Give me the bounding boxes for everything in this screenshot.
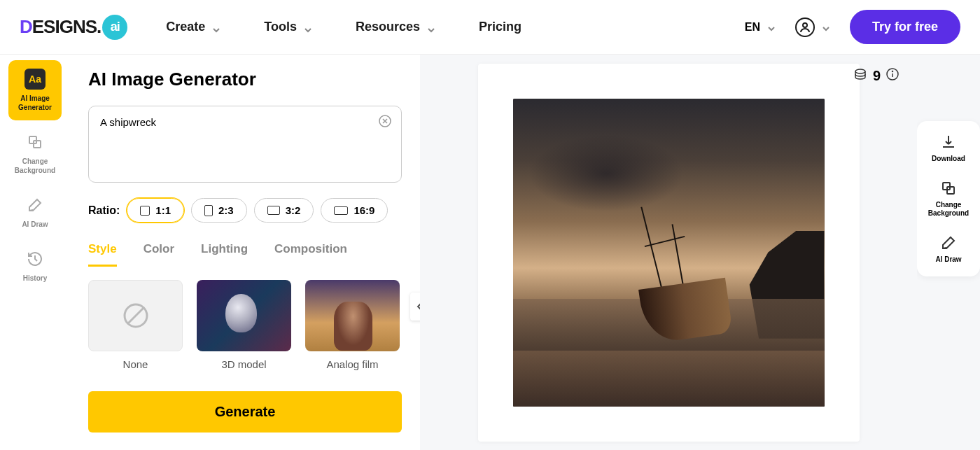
credits-indicator: 9 bbox=[853, 67, 899, 84]
ratio-2-3[interactable]: 2:3 bbox=[191, 198, 247, 223]
generated-image[interactable] bbox=[513, 99, 825, 407]
ratio-1-1[interactable]: 1:1 bbox=[127, 198, 184, 223]
canvas-area: 9 bbox=[420, 55, 917, 450]
tab-composition[interactable]: Composition bbox=[274, 242, 347, 267]
ratio-text: 16:9 bbox=[354, 204, 374, 216]
sidebar-item-ai-image-generator[interactable]: Aa AI Image Generator bbox=[8, 60, 62, 120]
logo[interactable]: DESIGNS. ai bbox=[20, 15, 127, 40]
ratio-label: Ratio: bbox=[88, 204, 120, 217]
svg-line-5 bbox=[127, 307, 144, 324]
action-change-background[interactable]: Change Background bbox=[923, 180, 974, 218]
header-right: EN Try for free bbox=[745, 10, 960, 44]
main-nav: Create Tools Resources Pricing bbox=[166, 20, 522, 34]
header: DESIGNS. ai Create Tools Resources Prici… bbox=[0, 0, 980, 55]
sidebar-item-label: AI Draw bbox=[22, 220, 48, 229]
actions-card: Download Change Background AI Draw bbox=[917, 121, 980, 276]
sidebar-item-ai-draw[interactable]: AI Draw bbox=[8, 186, 62, 237]
sidebar-item-history[interactable]: History bbox=[8, 240, 62, 291]
nav-label: Create bbox=[166, 20, 205, 34]
language-selector[interactable]: EN bbox=[745, 21, 776, 34]
chevron-down-icon bbox=[767, 23, 776, 31]
action-label: Download bbox=[932, 155, 965, 163]
nav-label: Tools bbox=[264, 20, 297, 34]
try-free-button[interactable]: Try for free bbox=[850, 10, 960, 44]
ratio-16-9[interactable]: 16:9 bbox=[321, 198, 388, 223]
nav-label: Resources bbox=[356, 20, 420, 34]
coins-icon bbox=[853, 67, 867, 84]
style-thumb-3d bbox=[197, 280, 291, 351]
tab-color[interactable]: Color bbox=[144, 242, 174, 267]
option-tabs: Style Color Lighting Composition bbox=[88, 242, 402, 267]
style-label: Analog film bbox=[305, 358, 400, 370]
nav-pricing[interactable]: Pricing bbox=[479, 20, 522, 34]
chevron-down-icon bbox=[427, 23, 435, 31]
ratio-shape-icon bbox=[204, 205, 213, 216]
tab-style[interactable]: Style bbox=[88, 242, 117, 267]
right-actions: Download Change Background AI Draw bbox=[917, 55, 980, 450]
style-label: None bbox=[88, 358, 183, 370]
pencil-icon bbox=[24, 195, 46, 216]
sidebar-item-label: History bbox=[23, 274, 47, 283]
style-none[interactable]: None bbox=[88, 280, 183, 370]
body: Aa AI Image Generator Change Background … bbox=[0, 55, 980, 450]
info-icon[interactable] bbox=[886, 68, 899, 83]
layers-icon bbox=[24, 132, 46, 153]
language-label: EN bbox=[745, 21, 760, 34]
user-icon bbox=[795, 17, 815, 37]
ratio-shape-icon bbox=[140, 206, 150, 216]
sidebar-item-label: Change Background bbox=[11, 157, 59, 175]
generate-button[interactable]: Generate bbox=[88, 391, 402, 433]
page-title: AI Image Generator bbox=[88, 69, 402, 90]
action-label: AI Draw bbox=[935, 255, 961, 264]
svg-point-0 bbox=[803, 23, 807, 27]
logo-text: ESIGNS. bbox=[32, 16, 101, 38]
action-download[interactable]: Download bbox=[923, 134, 974, 163]
prompt-container bbox=[88, 106, 402, 183]
ratio-3-2[interactable]: 3:2 bbox=[254, 198, 314, 223]
sidebar-item-change-background[interactable]: Change Background bbox=[8, 123, 62, 183]
sidebar-item-label: AI Image Generator bbox=[11, 94, 59, 112]
ratio-row: Ratio: 1:1 2:3 3:2 16:9 bbox=[88, 198, 402, 223]
style-thumb-analog bbox=[305, 280, 400, 351]
nav-label: Pricing bbox=[479, 20, 522, 34]
image-frame bbox=[478, 64, 860, 442]
svg-point-6 bbox=[855, 69, 865, 73]
pencil-icon bbox=[940, 234, 957, 251]
action-label: Change Background bbox=[923, 201, 974, 218]
clear-button[interactable] bbox=[379, 115, 393, 129]
tab-lighting[interactable]: Lighting bbox=[201, 242, 248, 267]
logo-badge: ai bbox=[102, 15, 127, 40]
ratio-shape-icon bbox=[267, 206, 280, 215]
ratio-text: 2:3 bbox=[218, 204, 234, 216]
nav-create[interactable]: Create bbox=[166, 20, 220, 34]
styles-row: None 3D model Analog film bbox=[88, 280, 402, 370]
action-ai-draw[interactable]: AI Draw bbox=[923, 234, 974, 264]
style-label: 3D model bbox=[197, 358, 291, 370]
chevron-down-icon bbox=[304, 23, 312, 31]
style-thumb-none bbox=[88, 280, 183, 351]
chevron-down-icon bbox=[212, 23, 220, 31]
text-aa-icon: Aa bbox=[24, 69, 46, 90]
left-sidebar: Aa AI Image Generator Change Background … bbox=[0, 55, 70, 450]
control-panel: AI Image Generator Ratio: 1:1 2:3 3:2 bbox=[70, 55, 420, 450]
layers-icon bbox=[940, 180, 957, 197]
nav-resources[interactable]: Resources bbox=[356, 20, 435, 34]
nav-tools[interactable]: Tools bbox=[264, 20, 312, 34]
svg-point-9 bbox=[892, 71, 893, 72]
ratio-shape-icon bbox=[334, 206, 348, 215]
history-icon bbox=[24, 248, 46, 269]
download-icon bbox=[940, 134, 957, 150]
chevron-down-icon bbox=[822, 23, 830, 31]
prompt-input[interactable] bbox=[100, 116, 390, 172]
user-menu[interactable] bbox=[795, 17, 830, 37]
ratio-text: 3:2 bbox=[286, 204, 301, 216]
style-3d-model[interactable]: 3D model bbox=[197, 280, 291, 370]
logo-letter: D bbox=[20, 16, 32, 38]
ratio-text: 1:1 bbox=[155, 204, 171, 216]
credits-count: 9 bbox=[873, 68, 881, 84]
style-analog-film[interactable]: Analog film bbox=[305, 280, 400, 370]
